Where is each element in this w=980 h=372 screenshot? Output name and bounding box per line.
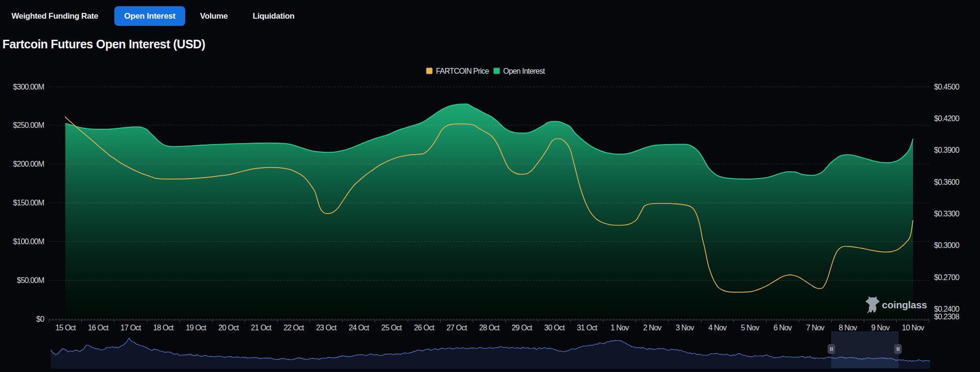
svg-text:FARTCOIN Price: FARTCOIN Price bbox=[436, 67, 489, 75]
svg-text:25 Oct: 25 Oct bbox=[381, 324, 402, 332]
svg-text:$0: $0 bbox=[36, 315, 45, 323]
svg-text:24 Oct: 24 Oct bbox=[349, 324, 370, 332]
svg-text:19 Oct: 19 Oct bbox=[186, 324, 207, 332]
svg-text:7 Nov: 7 Nov bbox=[806, 324, 824, 332]
svg-text:$150.00M: $150.00M bbox=[13, 199, 44, 207]
svg-text:$0.3900: $0.3900 bbox=[934, 146, 959, 154]
svg-text:$0.4500: $0.4500 bbox=[934, 83, 959, 91]
svg-text:$0.2700: $0.2700 bbox=[934, 273, 959, 282]
svg-text:4 Nov: 4 Nov bbox=[708, 324, 727, 332]
svg-text:$100.00M: $100.00M bbox=[13, 237, 44, 246]
svg-text:16 Oct: 16 Oct bbox=[88, 324, 109, 332]
svg-text:$0.2308: $0.2308 bbox=[934, 313, 959, 321]
svg-text:9 Nov: 9 Nov bbox=[871, 324, 890, 332]
svg-text:1 Nov: 1 Nov bbox=[611, 324, 629, 332]
svg-text:18 Oct: 18 Oct bbox=[153, 324, 174, 332]
svg-text:31 Oct: 31 Oct bbox=[577, 324, 598, 332]
svg-text:17 Oct: 17 Oct bbox=[121, 324, 142, 332]
svg-text:28 Oct: 28 Oct bbox=[479, 324, 500, 332]
svg-text:15 Oct: 15 Oct bbox=[56, 324, 77, 332]
svg-text:$0.3300: $0.3300 bbox=[934, 210, 959, 218]
svg-text:27 Oct: 27 Oct bbox=[446, 324, 468, 332]
svg-text:29 Oct: 29 Oct bbox=[512, 324, 533, 332]
svg-text:6 Nov: 6 Nov bbox=[773, 324, 792, 332]
svg-text:21 Oct: 21 Oct bbox=[251, 324, 272, 332]
svg-text:coinglass: coinglass bbox=[882, 299, 927, 310]
svg-text:$250.00M: $250.00M bbox=[13, 121, 44, 129]
svg-text:$0.3600: $0.3600 bbox=[934, 178, 959, 186]
svg-text:10 Nov: 10 Nov bbox=[902, 324, 924, 332]
svg-text:8 Nov: 8 Nov bbox=[839, 324, 858, 332]
svg-text:5 Nov: 5 Nov bbox=[741, 324, 759, 332]
svg-text:$0.4200: $0.4200 bbox=[934, 114, 959, 123]
svg-text:26 Oct: 26 Oct bbox=[414, 324, 435, 332]
svg-text:22 Oct: 22 Oct bbox=[283, 324, 304, 332]
svg-text:$200.00M: $200.00M bbox=[13, 160, 44, 168]
svg-text:$50.00M: $50.00M bbox=[17, 276, 44, 284]
svg-text:$0.3000: $0.3000 bbox=[934, 241, 959, 249]
svg-text:30 Oct: 30 Oct bbox=[544, 324, 565, 332]
svg-text:$300.00M: $300.00M bbox=[13, 83, 44, 91]
svg-text:3 Nov: 3 Nov bbox=[676, 324, 694, 332]
svg-text:23 Oct: 23 Oct bbox=[316, 324, 337, 332]
svg-text:Open Interest: Open Interest bbox=[503, 67, 546, 75]
svg-text:2 Nov: 2 Nov bbox=[643, 324, 662, 332]
svg-text:20 Oct: 20 Oct bbox=[218, 324, 239, 332]
